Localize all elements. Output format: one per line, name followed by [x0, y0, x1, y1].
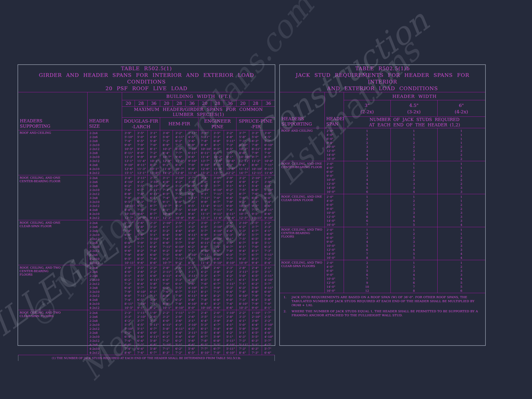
span-value: 8'-8" [124, 192, 135, 196]
header-size-value: 2-2x6 [89, 315, 122, 319]
span-value: 3'-5" [137, 131, 147, 135]
jack-stud-count: 5 [344, 269, 390, 273]
span-value: 2'-3" [226, 266, 236, 270]
span-value: 6'-9" [264, 192, 275, 196]
jack-stud-count: 7 [344, 223, 390, 227]
span-value: 6'-2" [175, 339, 185, 343]
span-value: 12'-2" [226, 171, 236, 175]
span-value: 3'-0" [264, 131, 275, 135]
span-value: 5'-7" [214, 184, 224, 188]
header-size-column: 2-2x42-2x62-2x82-2x102-2x123-2x83-2x103-… [88, 265, 122, 310]
span-value: 6'-5" [175, 188, 185, 192]
span-value: 2'-10" [239, 221, 249, 225]
span-value: 4'-11" [264, 286, 275, 290]
span-value: 6'-6" [175, 253, 185, 257]
header-size-value: 4-2x10 [89, 212, 122, 216]
span-value: 10'-7" [163, 261, 173, 265]
jack-stud-count: 1 [344, 195, 390, 199]
span-value: 5'-8" [150, 139, 160, 143]
span-value: 6'-1" [239, 184, 249, 188]
span-value: 7'-10" [137, 302, 147, 306]
span-value: 5'-9" [188, 188, 198, 192]
span-value: 8'-11" [226, 212, 236, 216]
span-value: 6'-0" [124, 343, 135, 347]
jack-stud-count-column: 12334556 [437, 260, 485, 293]
span-value-column: 3'-5"5'-3"6'-8"8'-1"9'-5"8'-1"10'-2"11'-… [211, 130, 224, 175]
span-value: 5'-9" [214, 335, 224, 339]
span-value-column: 2'-4"3'-5"4'-5"5'-4"6'-2"5'-6"6'-8"7'-9"… [249, 265, 262, 310]
span-value: 5'-8" [137, 233, 147, 237]
jack-stud-count: 2 [344, 137, 390, 141]
span-value: 6'-1" [150, 290, 160, 294]
jack-stud-count: 3 [344, 149, 390, 153]
span-value: 3'-9" [124, 131, 135, 135]
span-value: 6'-8" [214, 298, 224, 302]
span-value: 6'-3" [252, 339, 262, 343]
span-value: 7'-0" [150, 208, 160, 212]
span-value: 6'-7" [175, 196, 185, 200]
span-value: 4'-7" [137, 229, 147, 233]
span-value: 7'-8" [252, 143, 262, 147]
span-value: 11'-8" [163, 167, 173, 171]
span-value: 8'-6" [201, 245, 211, 249]
span-value: 6'-2" [226, 188, 236, 192]
span-value: 6'-3" [175, 298, 185, 302]
span-value-column: 2'-7"3'-10"4'-10"5'-10"6'-10"6'-0"7'-4"8… [211, 220, 224, 265]
span-value: 5'-10" [124, 135, 135, 139]
span-value: 9'-3" [175, 204, 185, 208]
span-value: 5'-0" [201, 180, 211, 184]
jack-stud-count: 4 [438, 252, 485, 256]
span-value: 6'-4" [137, 339, 147, 343]
header-span-value: 10'-0" [327, 277, 344, 281]
span-value: 5'-8" [188, 298, 198, 302]
span-value: 6'-7" [201, 335, 211, 339]
span-value: 6'-4" [137, 347, 147, 351]
span-value: 2'-6" [188, 315, 198, 319]
span-value: 8'-7" [150, 212, 160, 216]
span-value: 7'-2" [124, 282, 135, 286]
span-value: 8'-7" [239, 192, 249, 196]
header-span-column: 2'-0"4'-0"6'-0"9'-0"10'-0"12'-0"14'-0"16… [325, 194, 344, 227]
span-value: 4'-3" [137, 180, 147, 184]
span-value: 8'-0" [175, 249, 185, 253]
group-label-text: ROOF, CEILING, AND TWO CENTER-BEARING FL… [20, 266, 62, 276]
jack-stud-count: 2 [391, 236, 437, 240]
group-label-text: ROOF AND CEILING [20, 131, 62, 135]
header-span-value: 14'-0" [327, 153, 344, 157]
span-value-column: 1'-9"2'-6"3'-3"3'-11"4'-7"4'-0"4'-11"5'-… [147, 310, 160, 355]
span-value: 4'-2" [201, 270, 211, 274]
span-value: 2'-11" [137, 176, 147, 180]
span-value-column: 2'-7"3'-9"4'-9"5'-9"6'-8"5'-11"7'-3"8'-5… [186, 175, 198, 220]
span-value: 9'-0" [124, 143, 135, 147]
span-value-column: 3'-4"5'-0"6'-5"7'-10"9'-1"7'-11"9'-9"11'… [198, 175, 211, 220]
span-value: 5'-1" [150, 233, 160, 237]
span-value: 4'-5" [252, 274, 262, 278]
span-value: 4'-11" [150, 335, 160, 339]
span-value: 2'-11" [214, 315, 224, 319]
span-value: 13'-7" [214, 171, 224, 175]
span-value: 6'-3" [201, 343, 211, 347]
span-value: 3'-5" [252, 270, 262, 274]
span-value: 9'-0" [252, 306, 262, 310]
span-value: 7'-7" [239, 253, 249, 257]
span-value: 1'-9" [150, 311, 160, 315]
span-value: 6'-8" [252, 196, 262, 200]
span-value: 13'-1" [201, 216, 211, 220]
span-value: 2'-9" [226, 176, 236, 180]
jack-stud-count-column: 12233445 [390, 194, 437, 227]
span-value: 8'-2" [124, 245, 135, 249]
span-value: 4'-8" [214, 331, 224, 335]
span-value: 2'-2" [163, 311, 173, 315]
span-group-row: ROOF, CEILING, AND TWO CENTER-BEARING FL… [18, 265, 275, 310]
span-value: 4'-9" [226, 327, 236, 331]
jack-stud-count: 10 [344, 285, 390, 289]
span-value: 10'-4" [163, 212, 173, 216]
span-value: 2'-5" [264, 315, 275, 319]
span-value: 4'-7" [264, 343, 275, 347]
header-size-value: 4-2x12 [89, 261, 122, 265]
jack-stud-count: 3 [344, 236, 390, 240]
span-value: 5'-9" [214, 286, 224, 290]
jack-stud-count: 3 [391, 182, 437, 186]
span-value: 3'-10" [188, 323, 198, 327]
span-value: 6'-4" [252, 298, 262, 302]
